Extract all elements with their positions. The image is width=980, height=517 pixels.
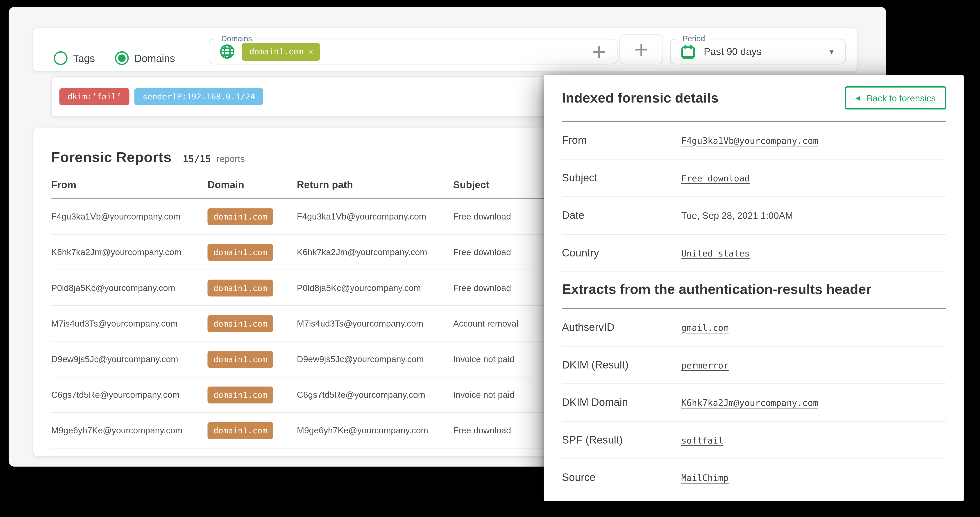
- reports-count-suffix: reports: [216, 154, 245, 164]
- col-header-domain: Domain: [207, 180, 297, 191]
- calendar-icon: [681, 44, 696, 59]
- panel-header: Indexed forensic details ◀ Back to foren…: [562, 75, 946, 121]
- domain-tag-chip[interactable]: domain1.com ×: [242, 43, 320, 61]
- domain-chip: domain1.com: [207, 351, 273, 368]
- extract-row-dkim-result: DKIM (Result) permerror: [562, 346, 946, 384]
- add-filter-box[interactable]: +: [619, 35, 663, 64]
- domain-chip: domain1.com: [207, 208, 273, 225]
- report-type-radios: Tags Domains: [54, 51, 175, 66]
- cell-return-path: M7is4ud3Ts@yourcompany.com: [297, 318, 453, 329]
- radio-selected-dot: [118, 54, 126, 62]
- domain-chip: domain1.com: [207, 244, 273, 260]
- cell-from: M7is4ud3Ts@yourcompany.com: [51, 318, 208, 329]
- detail-label: DKIM Domain: [562, 396, 681, 409]
- detail-label: Source: [562, 472, 681, 484]
- detail-row-subject: Subject Free download: [562, 160, 946, 197]
- radio-tags-label[interactable]: Tags: [73, 52, 95, 64]
- extract-rows: AuthservID gmail.com DKIM (Result) perme…: [562, 309, 946, 497]
- cell-from: M9ge6yh7Ke@yourcompany.com: [51, 425, 208, 435]
- remove-domain-chip-icon[interactable]: ×: [308, 47, 313, 57]
- back-button-label: Back to forensics: [867, 93, 935, 103]
- detail-label: Date: [562, 209, 681, 222]
- extract-row-authservid: AuthservID gmail.com: [562, 309, 946, 346]
- globe-icon: [220, 44, 235, 59]
- detail-value-link[interactable]: permerror: [681, 360, 946, 370]
- detail-label: Subject: [562, 172, 681, 184]
- add-domain-button[interactable]: +: [591, 42, 607, 61]
- page-title: Forensic Reports: [51, 149, 172, 166]
- cell-from: P0ld8ja5Kc@yourcompany.com: [51, 283, 208, 293]
- domain-chip: domain1.com: [207, 386, 273, 403]
- col-header-return-path: Return path: [297, 180, 453, 191]
- cell-return-path: C6gs7td5Re@yourcompany.com: [297, 390, 453, 400]
- extract-row-source: Source MailChimp: [562, 459, 946, 497]
- domains-field-content: domain1.com × +: [209, 40, 617, 64]
- cell-from: F4gu3ka1Vb@yourcompany.com: [51, 211, 208, 221]
- detail-value-link[interactable]: F4gu3ka1Vb@yourcompany.com: [681, 136, 946, 145]
- detail-value-link[interactable]: softfail: [681, 435, 946, 445]
- query-chip-sender-ip[interactable]: senderIP:192.168.0.1/24: [134, 88, 263, 105]
- forensic-details-panel: Indexed forensic details ◀ Back to foren…: [544, 75, 964, 501]
- cell-from: C6gs7td5Re@yourcompany.com: [51, 390, 208, 400]
- cell-return-path: M9ge6yh7Ke@yourcompany.com: [297, 425, 453, 435]
- detail-label: AuthservID: [562, 321, 681, 334]
- radio-domains-label[interactable]: Domains: [134, 52, 175, 64]
- detail-value-link[interactable]: K6hk7ka2Jm@yourcompany.com: [681, 397, 946, 407]
- reports-count: 15/15: [183, 153, 211, 164]
- detail-value-link[interactable]: United states: [681, 248, 946, 258]
- query-chip-dkim[interactable]: dkim:’fail’: [59, 88, 129, 105]
- period-value: Past 90 days: [704, 46, 762, 57]
- reports-title-bar: Forensic Reports 15/15 reports: [51, 149, 245, 166]
- back-to-forensics-button[interactable]: ◀ Back to forensics: [845, 86, 946, 110]
- detail-label: Country: [562, 247, 681, 259]
- detail-value: Tue, Sep 28, 2021 1:00AM: [681, 210, 946, 221]
- domain-chip: domain1.com: [207, 315, 273, 332]
- cell-return-path: P0ld8ja5Kc@yourcompany.com: [297, 283, 453, 293]
- detail-rows: From F4gu3ka1Vb@yourcompany.com Subject …: [562, 122, 946, 272]
- cell-return-path: K6hk7ka2Jm@yourcompany.com: [297, 247, 453, 257]
- screenshot-stage: Tags Domains Domains: [0, 0, 980, 517]
- cell-return-path: F4gu3ka1Vb@yourcompany.com: [297, 211, 453, 221]
- filter-bar: Tags Domains Domains: [32, 27, 858, 72]
- cell-return-path: D9ew9js5Jc@yourcompany.com: [297, 354, 453, 364]
- detail-row-from: From F4gu3ka1Vb@yourcompany.com: [562, 122, 946, 160]
- panel-title: Indexed forensic details: [562, 90, 719, 106]
- chevron-down-icon[interactable]: ▼: [828, 48, 835, 55]
- add-filter-button[interactable]: +: [633, 40, 649, 59]
- extract-row-spf-result: SPF (Result) softfail: [562, 422, 946, 459]
- detail-row-date: Date Tue, Sep 28, 2021 1:00AM: [562, 197, 946, 235]
- cell-from: K6hk7ka2Jm@yourcompany.com: [51, 247, 208, 257]
- detail-label: SPF (Result): [562, 434, 681, 447]
- detail-value-link[interactable]: Free download: [681, 173, 946, 183]
- back-arrow-icon: ◀: [856, 94, 860, 101]
- detail-row-country: Country United states: [562, 235, 946, 272]
- extract-row-dkim-domain: DKIM Domain K6hk7ka2Jm@yourcompany.com: [562, 384, 946, 422]
- detail-label: From: [562, 134, 681, 147]
- detail-label: DKIM (Result): [562, 359, 681, 372]
- period-field-content: Past 90 days ▼: [671, 40, 845, 64]
- extracts-section-title: Extracts from the authentication-results…: [562, 281, 871, 298]
- domain-chip: domain1.com: [207, 422, 273, 439]
- col-header-from: From: [51, 180, 208, 191]
- domain-tag-label: domain1.com: [249, 47, 303, 56]
- period-field[interactable]: Period Past 90 days ▼: [670, 35, 846, 64]
- detail-value-link[interactable]: gmail.com: [681, 322, 946, 332]
- radio-domains[interactable]: [115, 51, 129, 65]
- radio-domains-group: Domains: [115, 51, 175, 65]
- radio-tags[interactable]: [54, 51, 68, 65]
- cell-from: D9ew9js5Jc@yourcompany.com: [51, 354, 208, 364]
- detail-value-link[interactable]: MailChimp: [681, 473, 946, 483]
- domain-chip: domain1.com: [207, 279, 273, 296]
- domains-field[interactable]: Domains domain1.com ×: [209, 35, 617, 64]
